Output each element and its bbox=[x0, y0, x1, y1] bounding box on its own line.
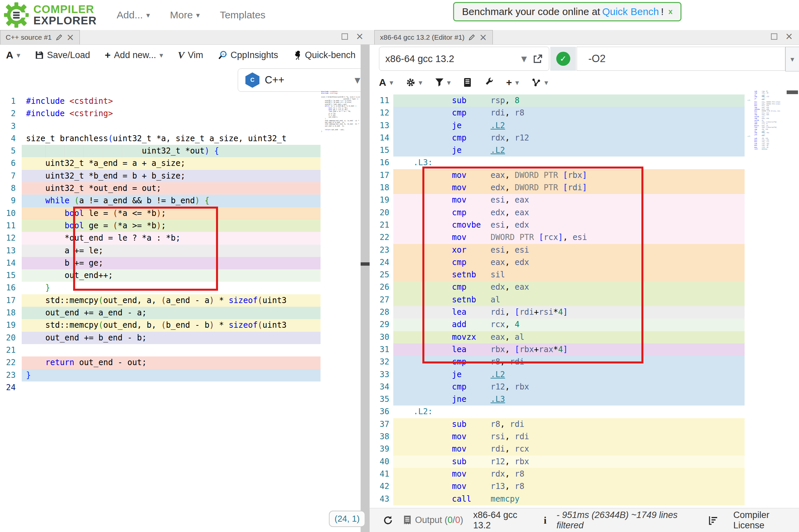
quickbench-link[interactable]: Quick Bench bbox=[602, 6, 659, 17]
line-content[interactable]: while (a != a_end && b != b_end) { bbox=[22, 194, 320, 207]
maximize-icon[interactable] bbox=[341, 33, 348, 40]
close-tab-icon[interactable]: × bbox=[479, 34, 487, 41]
line-content[interactable]: std::memcpy(out_end, a, (a_end - a) * si… bbox=[22, 294, 320, 307]
nav-item-add[interactable]: Add... ▾ bbox=[117, 10, 150, 21]
line-content[interactable]: cmovbe esi, edx bbox=[393, 219, 745, 231]
line-content[interactable]: mov rdx, r8 bbox=[393, 468, 745, 480]
line-content[interactable]: mov edx, DWORD PTR [rdi] bbox=[393, 182, 745, 194]
close-pane-icon[interactable]: × bbox=[785, 33, 793, 40]
maximize-icon[interactable] bbox=[771, 33, 777, 40]
line-content[interactable]: out_end += a_end - a; bbox=[22, 307, 320, 319]
line-content[interactable]: mov rsi, rdi bbox=[393, 431, 745, 443]
line-content[interactable]: return out_end - out; bbox=[22, 357, 320, 369]
line-content[interactable]: lea rdi, [rdi+rsi*4] bbox=[393, 306, 745, 318]
line-content[interactable]: uint32_t *out_end = out; bbox=[22, 182, 320, 194]
line-content[interactable]: mov rdi, rcx bbox=[393, 443, 745, 455]
output-button[interactable]: Output (0/0) bbox=[403, 515, 463, 525]
line-content[interactable]: bool ge = (*a >= *b); bbox=[22, 220, 320, 232]
line-content[interactable]: xor esi, esi bbox=[393, 244, 745, 256]
nav-item-templates[interactable]: Templates bbox=[220, 10, 265, 21]
line-content[interactable]: bool le = (*a <= *b); bbox=[22, 207, 320, 220]
add-tool-button[interactable]: + ▾ bbox=[506, 77, 519, 88]
line-content[interactable]: out_end++; bbox=[22, 269, 320, 282]
line-content[interactable]: } bbox=[22, 282, 320, 294]
line-content[interactable]: call memcpy bbox=[393, 493, 745, 505]
language-selector[interactable]: C C++ ▼ bbox=[238, 69, 368, 92]
line-content[interactable]: cmp eax, edx bbox=[393, 256, 745, 269]
line-content[interactable]: std::memcpy(out_end, b, (b_end - b) * si… bbox=[22, 319, 320, 331]
options-dropdown-button[interactable]: ▾ bbox=[785, 47, 799, 72]
line-content[interactable]: je .L2 bbox=[393, 368, 745, 381]
line-content[interactable]: add rcx, 4 bbox=[393, 318, 745, 331]
brand-logo[interactable]: COMPILER EXPLORER bbox=[3, 1, 97, 29]
line-content[interactable]: cmp edx, eax bbox=[393, 281, 745, 293]
line-content[interactable]: setnb al bbox=[393, 294, 745, 306]
line-content[interactable]: uint32_t *b_end = b + b_size; bbox=[22, 170, 320, 182]
refresh-icon[interactable] bbox=[383, 515, 393, 525]
line-content[interactable]: .L3: bbox=[393, 156, 745, 169]
line-content[interactable]: je .L2 bbox=[393, 144, 745, 156]
external-link-icon[interactable] bbox=[533, 54, 543, 64]
pane-splitter[interactable] bbox=[360, 44, 370, 532]
line-content[interactable]: cmp rdi, r8 bbox=[393, 107, 745, 119]
line-content[interactable]: #include <cstdint> bbox=[22, 95, 320, 108]
tools-button[interactable] bbox=[484, 78, 494, 87]
rename-pencil-icon[interactable] bbox=[468, 34, 475, 41]
libraries-button[interactable] bbox=[463, 78, 471, 87]
line-content[interactable]: } bbox=[22, 369, 320, 381]
line-content[interactable]: mov esi, eax bbox=[393, 194, 745, 206]
compiler-selector[interactable]: x86-64 gcc 13.2 ▼ bbox=[379, 47, 549, 71]
sort-bars-icon[interactable] bbox=[708, 516, 719, 525]
line-content[interactable]: sub r12, rbx bbox=[393, 456, 745, 468]
share-fork-button[interactable]: ▾ bbox=[532, 78, 548, 87]
line-content[interactable]: cmp r12, rbx bbox=[393, 381, 745, 393]
line-content[interactable]: movzx eax, al bbox=[393, 331, 745, 343]
line-content[interactable]: *out_end = le ? *a : *b; bbox=[22, 232, 320, 244]
line-content[interactable]: jne .L3 bbox=[393, 393, 745, 405]
assembly-minimap[interactable]: sub rsp, 8 cmp rdi, r8 je .L2 cmp rdx, r… bbox=[747, 91, 786, 234]
compiler-license-link[interactable]: Compiler License bbox=[733, 510, 799, 531]
line-content[interactable]: uint32_t *out) { bbox=[22, 145, 320, 157]
rename-pencil-icon[interactable] bbox=[56, 34, 62, 41]
line-content[interactable]: sub rsp, 8 bbox=[393, 94, 745, 107]
source-minimap[interactable]: #include <cstdint>#include <cstring> siz… bbox=[321, 91, 360, 201]
tab-compiler-output[interactable]: x86-64 gcc 13.2 (Editor #1) × bbox=[374, 30, 493, 44]
banner-close-icon[interactable]: x bbox=[668, 7, 672, 16]
line-content[interactable]: mov DWORD PTR [rcx], esi bbox=[393, 231, 745, 244]
line-content[interactable]: a += le; bbox=[22, 245, 320, 257]
line-content[interactable]: #include <cstring> bbox=[22, 108, 320, 120]
line-content[interactable] bbox=[22, 381, 320, 394]
source-editor[interactable]: 1#include <cstdint>2#include <cstring>34… bbox=[0, 95, 360, 394]
font-size-button[interactable]: A ▾ bbox=[6, 50, 20, 61]
save-load-button[interactable]: Save/Load bbox=[35, 50, 90, 60]
minimap-scroll-handle[interactable] bbox=[787, 91, 798, 94]
vim-toggle-button[interactable]: V Vim bbox=[178, 50, 203, 61]
nav-item-more[interactable]: More ▾ bbox=[170, 10, 200, 21]
line-content[interactable]: uint32_t *a_end = a + a_size; bbox=[22, 157, 320, 170]
cppinsights-button[interactable]: ++ CppInsights bbox=[218, 50, 278, 60]
line-content[interactable]: cmp r8, rdi bbox=[393, 356, 745, 368]
line-content[interactable]: b += ge; bbox=[22, 257, 320, 269]
line-content[interactable] bbox=[22, 120, 320, 133]
info-icon[interactable]: i bbox=[543, 515, 546, 526]
filter-button[interactable]: ▾ bbox=[435, 78, 451, 87]
settings-button[interactable]: ▾ bbox=[406, 78, 422, 87]
assembly-editor[interactable]: 11 sub rsp, 812 cmp rdi, r813 je .L214 c… bbox=[370, 94, 780, 505]
font-size-button[interactable]: A ▾ bbox=[379, 77, 393, 88]
line-content[interactable]: mov eax, DWORD PTR [rbx] bbox=[393, 169, 745, 182]
line-content[interactable]: cmp rdx, r12 bbox=[393, 132, 745, 144]
line-content[interactable]: mov r13, r8 bbox=[393, 480, 745, 493]
close-pane-icon[interactable]: × bbox=[356, 33, 364, 40]
line-content[interactable] bbox=[22, 344, 320, 357]
close-tab-icon[interactable]: × bbox=[67, 34, 74, 41]
line-content[interactable]: size_t branchless(uint32_t *a, size_t a_… bbox=[22, 133, 320, 145]
line-content[interactable]: setnb sil bbox=[393, 269, 745, 281]
splitter-drag-handle[interactable] bbox=[360, 262, 370, 266]
line-content[interactable]: lea rbx, [rbx+rax*4] bbox=[393, 343, 745, 356]
line-content[interactable]: je .L2 bbox=[393, 119, 745, 132]
tab-cpp-source[interactable]: C++ source #1 × bbox=[0, 30, 80, 44]
line-content[interactable]: out_end += b_end - b; bbox=[22, 332, 320, 344]
line-content[interactable]: .L2: bbox=[393, 405, 745, 418]
line-content[interactable]: sub r8, rdi bbox=[393, 418, 745, 431]
compiler-options-input[interactable]: -O2 bbox=[577, 47, 785, 71]
